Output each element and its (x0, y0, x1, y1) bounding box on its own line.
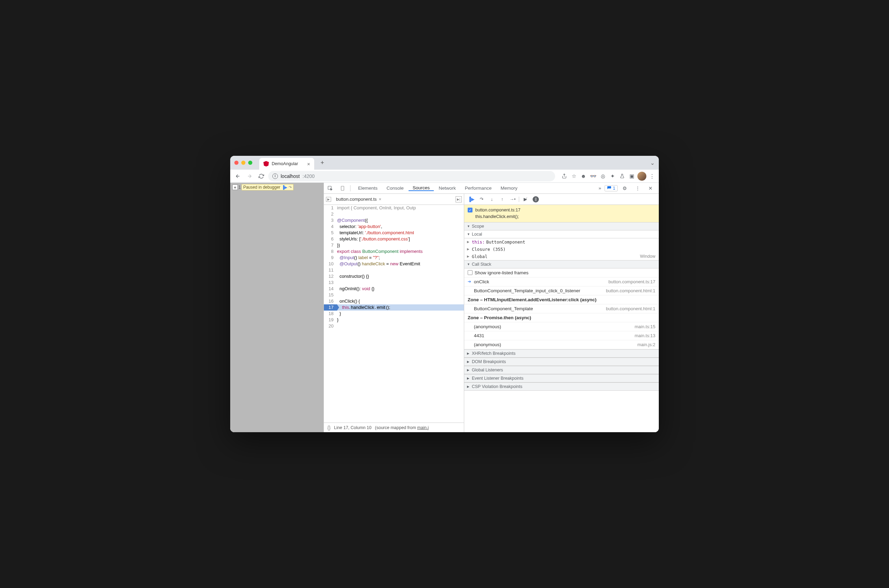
browser-tab[interactable]: DemoAngular × (259, 158, 314, 170)
devtools-menu-icon[interactable]: ⋮ (632, 186, 644, 191)
devtools-close-icon[interactable]: ✕ (645, 186, 656, 191)
snippets-run-icon[interactable]: ▶| (455, 196, 462, 202)
code-line[interactable]: 13 (324, 279, 464, 286)
code-line[interactable]: 1import { Component, OnInit, Input, Outp (324, 205, 464, 211)
inspect-element-icon[interactable] (324, 183, 336, 194)
close-window-button[interactable] (234, 160, 239, 165)
file-tab[interactable]: button.component.ts × (333, 195, 384, 203)
breakpoint-panel-header[interactable]: ▶CSP Violation Breakpoints (464, 382, 659, 391)
code-line[interactable]: 12 constructor() {} (324, 273, 464, 279)
scope-closure-row[interactable]: ▶Closure (355) (464, 246, 659, 253)
callstack-frame[interactable]: (anonymous)main.ts:15 (464, 322, 659, 331)
new-tab-button[interactable]: + (320, 159, 324, 166)
devtools-tab-sources[interactable]: Sources (408, 185, 434, 191)
profile-avatar[interactable] (637, 172, 646, 181)
breakpoint-panel-header[interactable]: ▶Global Listeners (464, 366, 659, 374)
overlay-num: 1 (238, 185, 242, 190)
callstack-frame[interactable]: ButtonComponent_Templatebutton.component… (464, 304, 659, 314)
checkbox-icon[interactable] (468, 270, 473, 275)
devtools-tab-performance[interactable]: Performance (461, 185, 496, 191)
deactivate-breakpoints-button[interactable]: ▶⟋ (521, 195, 530, 204)
breakpoint-panel-header[interactable]: ▶DOM Breakpoints (464, 358, 659, 366)
code-editor[interactable]: 1import { Component, OnInit, Input, Outp… (324, 205, 464, 423)
code-line[interactable]: 10 @Output() handleClick = new EventEmit (324, 261, 464, 267)
url-host: localhost (281, 173, 300, 179)
step-button[interactable]: →• (508, 195, 517, 204)
callstack-frame[interactable]: ➔onClickbutton.component.ts:17 (464, 278, 659, 286)
extension-icon[interactable]: ☻ (579, 172, 587, 180)
breakpoint-panel-header[interactable]: ▶Event Listener Breakpoints (464, 374, 659, 382)
privacy-ext-icon[interactable]: ◎ (599, 172, 607, 180)
callstack-frame[interactable]: ButtonComponent_Template_input_click_0_l… (464, 286, 659, 296)
cursor-position: Line 17, Column 10 (334, 425, 371, 430)
tab-close-icon[interactable]: × (307, 161, 310, 167)
code-line[interactable]: 4 selector: 'app-button', (324, 224, 464, 230)
devtools-tab-console[interactable]: Console (382, 185, 408, 191)
devtools-tab-network[interactable]: Network (434, 185, 460, 191)
code-line[interactable]: 8export class ButtonComponent implements (324, 248, 464, 255)
resume-button[interactable]: ▐▶ (466, 195, 476, 204)
code-line[interactable]: 16 onClick() { (324, 298, 464, 304)
back-button[interactable] (233, 171, 243, 181)
minimize-window-button[interactable] (241, 160, 245, 165)
side-panel-icon[interactable]: ▣ (628, 172, 636, 180)
issues-count: 1 (613, 186, 615, 191)
code-line[interactable]: 17 this.handleClick.emit(); (324, 304, 464, 310)
bookmark-icon[interactable]: ☆ (570, 172, 578, 180)
omnibox[interactable]: i localhost:4200 (268, 171, 555, 182)
step-over-button[interactable]: ↷ (477, 195, 486, 204)
code-line[interactable]: 3@Component({ (324, 217, 464, 224)
settings-gear-icon[interactable]: ⚙ (619, 186, 631, 191)
devtools-tab-elements[interactable]: Elements (354, 185, 381, 191)
callstack-header[interactable]: ▼Call Stack (464, 260, 659, 268)
breakpoint-checkbox[interactable]: ✓ (468, 208, 473, 213)
show-ignored-toggle[interactable]: Show ignore-listed frames (464, 268, 659, 278)
forward-button[interactable] (245, 171, 254, 181)
code-line[interactable]: 5 templateUrl: './button.component.html (324, 230, 464, 236)
scope-global-row[interactable]: ▶GlobalWindow (464, 253, 659, 260)
step-out-button[interactable]: ↑ (497, 195, 507, 204)
maximize-window-button[interactable] (248, 160, 252, 165)
extensions-puzzle-icon[interactable]: ✦ (608, 172, 617, 180)
share-icon[interactable] (560, 172, 568, 180)
chrome-menu-icon[interactable]: ⋮ (648, 172, 656, 180)
titlebar: DemoAngular × + ⌄ (230, 156, 659, 170)
file-close-icon[interactable]: × (379, 196, 381, 202)
code-line[interactable]: 6 styleUrls: ['./button.component.css'] (324, 236, 464, 242)
code-line[interactable]: 11 (324, 267, 464, 273)
step-into-button[interactable]: ↓ (487, 195, 497, 204)
code-line[interactable]: 7}) (324, 242, 464, 248)
labs-icon[interactable] (618, 172, 626, 180)
paused-pill: Paused in debugger ▐▶ ↷ (242, 184, 293, 190)
code-line[interactable]: 14 ngOnInit(): void {} (324, 286, 464, 292)
site-info-icon[interactable]: i (272, 173, 278, 179)
issues-badge[interactable]: 1 (605, 185, 618, 191)
source-map-link[interactable]: main.j (417, 425, 429, 430)
callstack-frame[interactable]: Zone – HTMLInputElement.addEventListener… (464, 296, 659, 304)
callstack-frame[interactable]: 4431main.ts:13 (464, 331, 659, 340)
navigator-toggle-icon[interactable]: ▶ (326, 197, 331, 202)
device-toolbar-icon[interactable] (336, 183, 349, 194)
pause-on-exceptions-button[interactable]: || (531, 195, 541, 204)
callstack-frame[interactable]: Zone – Promise.then (async) (464, 314, 659, 322)
reload-button[interactable] (257, 171, 266, 181)
breakpoint-panel-header[interactable]: ▶XHR/fetch Breakpoints (464, 349, 659, 358)
zoom-plus-button[interactable]: + (232, 184, 238, 190)
code-line[interactable]: 18 } (324, 310, 464, 317)
more-tabs-icon[interactable]: » (595, 183, 605, 194)
overlay-step-icon[interactable]: ↷ (288, 185, 292, 190)
code-line[interactable]: 20 (324, 323, 464, 329)
code-line[interactable]: 15 (324, 292, 464, 298)
incognito-icon[interactable]: 👓 (589, 172, 597, 180)
overlay-resume-icon[interactable]: ▐▶ (282, 185, 287, 190)
code-line[interactable]: 2 (324, 211, 464, 217)
scope-header[interactable]: ▼Scope (464, 222, 659, 230)
scope-local-header[interactable]: ▼Local (464, 230, 659, 238)
pretty-print-icon[interactable]: {} (327, 425, 330, 430)
callstack-frame[interactable]: (anonymous)main.js:2 (464, 340, 659, 349)
code-line[interactable]: 19} (324, 317, 464, 323)
code-line[interactable]: 9 @Input() label = "?"; (324, 255, 464, 261)
scope-this-row[interactable]: ▶this: ButtonComponent (464, 238, 659, 246)
tab-dropdown-icon[interactable]: ⌄ (650, 160, 655, 166)
devtools-tab-memory[interactable]: Memory (496, 185, 521, 191)
